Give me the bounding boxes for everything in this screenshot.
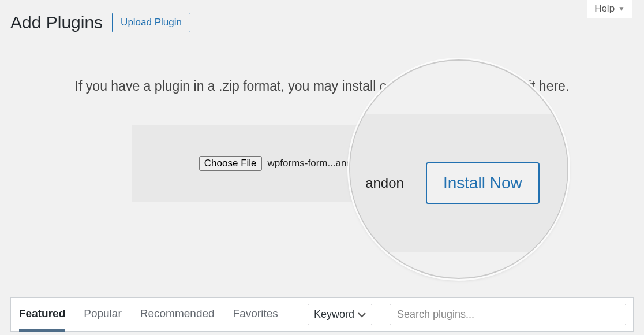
install-now-button-zoomed[interactable]: Install Now bbox=[426, 162, 540, 204]
tab-featured[interactable]: Featured bbox=[19, 307, 65, 322]
zoom-filename-tail: andon bbox=[365, 175, 404, 191]
search-input[interactable] bbox=[390, 304, 626, 325]
tab-favorites[interactable]: Favorites bbox=[233, 307, 278, 322]
upload-description: If you have a plugin in a .zip format, y… bbox=[10, 79, 634, 94]
help-label: Help bbox=[594, 3, 615, 14]
tab-recommended[interactable]: Recommended bbox=[140, 307, 215, 322]
page-header: Add Plugins Upload Plugin bbox=[10, 0, 634, 32]
choose-file-button[interactable]: Choose File bbox=[199, 156, 262, 171]
upload-plugin-button[interactable]: Upload Plugin bbox=[112, 13, 190, 32]
search-type-label: Keyword bbox=[314, 308, 354, 321]
filter-bar: Featured Popular Recommended Favorites K… bbox=[10, 297, 634, 332]
zoom-inner: andon Install Now bbox=[349, 114, 568, 252]
page-title: Add Plugins bbox=[10, 13, 103, 32]
help-tab[interactable]: Help ▼ bbox=[587, 0, 632, 18]
tab-popular[interactable]: Popular bbox=[84, 307, 122, 322]
filter-tabs: Featured Popular Recommended Favorites bbox=[19, 307, 278, 322]
chevron-down-icon: ▼ bbox=[618, 5, 625, 13]
chevron-down-icon bbox=[358, 312, 366, 318]
zoom-highlight: andon Install Now bbox=[349, 59, 568, 279]
search-type-select[interactable]: Keyword bbox=[308, 304, 372, 325]
